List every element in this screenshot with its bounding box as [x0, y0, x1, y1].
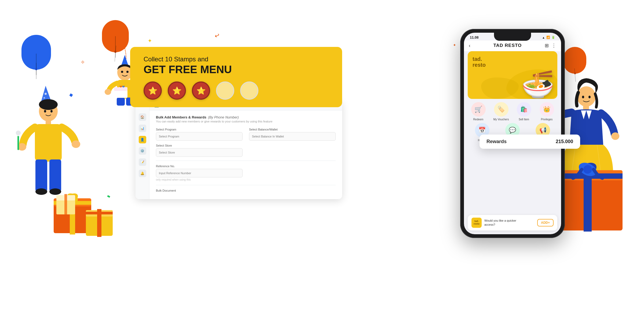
battery-icon: 🔋 [551, 36, 555, 39]
icon-redeem-label: Redeem [473, 118, 484, 121]
svg-point-7 [44, 110, 46, 113]
svg-point-6 [39, 99, 58, 110]
svg-point-38 [121, 71, 123, 73]
sidebar-icon-4[interactable]: ⚙️ [139, 147, 146, 155]
svg-point-57 [588, 96, 591, 98]
svg-point-19 [35, 188, 47, 195]
phone-mockup: 11.08 ▲ 📶 🔋 ‹ TAD RESTO ⊞ ⋮ [460, 29, 565, 238]
svg-rect-10 [35, 124, 62, 162]
balloon-blue [21, 35, 51, 70]
svg-point-53 [120, 84, 122, 87]
quick-access-add-button[interactable]: ADD+ [537, 219, 554, 226]
wifi-icon: 📶 [546, 36, 550, 39]
sidebar-icon-1[interactable]: 🏠 [139, 113, 146, 121]
section-title-text: Bulk Add Members & Rewards [156, 115, 206, 119]
stamp-2: ⭐ [168, 81, 186, 100]
more-icon[interactable]: ⋮ [551, 43, 556, 49]
svg-point-39 [126, 71, 129, 73]
svg-rect-17 [35, 159, 47, 192]
select-program-input[interactable] [156, 132, 243, 141]
admin-section-title: Bulk Add Members & Rewards (By Phone Num… [156, 115, 336, 119]
back-icon[interactable]: ‹ [469, 43, 470, 49]
confetti-orange-top: ↩ [214, 32, 221, 40]
icon-vouchers[interactable]: 🏷️ My Vouchers [491, 102, 512, 121]
svg-rect-13 [17, 134, 19, 150]
reference-helper: only required when using this [156, 178, 243, 181]
status-time: 11.08 [470, 35, 479, 39]
hero-logo-line2: resto [473, 62, 486, 68]
select-program-label: Select Program [156, 128, 243, 131]
reference-field: Reference No. only required when using t… [156, 165, 243, 181]
sidebar-icon-5[interactable]: 📝 [139, 158, 146, 166]
admin-panel: 🏠 📊 👤 ⚙️ 📝 🔔 ⬆️ BULK TOP UP Bulk Add Mem… [136, 100, 342, 199]
reference-input[interactable] [156, 169, 243, 177]
quick-access-text: Would you like a quicker access? [484, 219, 535, 227]
reference-label: Reference No. [156, 165, 243, 168]
stamp-3: ⭐ [192, 81, 210, 100]
signal-icon: ▲ [542, 36, 545, 39]
svg-rect-47 [114, 90, 127, 98]
sparkle-3: ✧ [80, 59, 85, 65]
icon-sell-label: Sell Item [519, 118, 529, 121]
app-title: TAD RESTO [493, 43, 522, 48]
phone-notch [494, 33, 531, 41]
select-store-input[interactable] [156, 148, 243, 157]
svg-rect-31 [86, 212, 113, 214]
select-balance-input[interactable] [249, 132, 336, 141]
bulk-document-label: Bulk Document [156, 189, 336, 192]
svg-point-54 [123, 84, 124, 87]
icon-privileges[interactable]: 👑 Privileges [536, 102, 557, 121]
svg-rect-45 [117, 98, 125, 106]
rewards-label: Rewards [486, 139, 507, 144]
admin-content: Bulk Add Members & Rewards (By Phone Num… [149, 110, 342, 199]
gift-boxes [48, 182, 129, 250]
hero-logo: tad. resto [473, 56, 486, 68]
quick-logo: tad. resto [471, 218, 482, 228]
svg-point-3 [43, 97, 45, 99]
stamps-container: ⭐ ⭐ ⭐ [144, 81, 329, 100]
sparkle-8: ✦ [453, 43, 456, 47]
select-balance-label: Select Balance/Wallet [249, 128, 336, 131]
svg-point-2 [45, 93, 47, 95]
select-balance-field: Select Balance/Wallet [249, 128, 336, 141]
svg-rect-34 [64, 194, 67, 214]
select-store-field: Select Store [156, 144, 243, 157]
svg-point-56 [582, 96, 584, 98]
stamp-4 [216, 81, 234, 100]
rewards-card: Rewards 215.000 [480, 135, 580, 149]
sidebar-icon-3[interactable]: 👤 [139, 136, 146, 143]
admin-description: You can easily add new members or give r… [156, 120, 285, 123]
sidebar-icon-2[interactable]: 📊 [139, 125, 146, 132]
phone-frame: 11.08 ▲ 📶 🔋 ‹ TAD RESTO ⊞ ⋮ [460, 29, 565, 238]
qr-icon[interactable]: ⊞ [545, 43, 549, 49]
quick-logo-line2: resto [474, 223, 480, 225]
stamp-1: ⭐ [144, 81, 162, 100]
rewards-value: 215.000 [556, 139, 573, 144]
svg-point-12 [72, 140, 80, 148]
svg-point-15 [16, 131, 21, 135]
icon-vouchers-label: My Vouchers [493, 118, 509, 121]
admin-sidebar: 🏠 📊 👤 ⚙️ 📝 🔔 [136, 100, 149, 199]
svg-rect-48 [114, 87, 127, 91]
stamp-banner: Collect 10 Stamps and GET FREE MENU ⭐ ⭐ … [130, 47, 342, 107]
svg-point-44 [105, 89, 111, 95]
bowl-illustration: 🍜 [521, 69, 555, 99]
stamp-5 [240, 81, 258, 100]
header-actions: ⊞ ⋮ [545, 43, 556, 49]
sidebar-icon-6[interactable]: 🔔 [139, 170, 146, 177]
stamp-banner-reward-text: GET FREE MENU [144, 64, 329, 76]
hero-logo-line1: tad. [473, 56, 486, 62]
select-store-label: Select Store [156, 144, 243, 147]
icon-sell-item[interactable]: 🛍️ Sell Item [513, 102, 535, 121]
quick-access-bar: tad. resto Would you like a quicker acce… [468, 215, 557, 230]
svg-point-52 [117, 84, 119, 87]
status-icons: ▲ 📶 🔋 [542, 36, 555, 39]
svg-point-77 [583, 165, 592, 174]
phone-screen: 11.08 ▲ 📶 🔋 ‹ TAD RESTO ⊞ ⋮ [464, 33, 561, 234]
section-subtitle-text: (By Phone Number) [208, 115, 239, 119]
select-program-field: Select Program [156, 128, 243, 141]
icon-redeem[interactable]: 🛒 Redeem [468, 102, 489, 121]
svg-point-64 [611, 132, 619, 140]
phone-hero: tad. resto 🍜 [468, 51, 557, 99]
icon-privileges-label: Privileges [541, 118, 552, 121]
